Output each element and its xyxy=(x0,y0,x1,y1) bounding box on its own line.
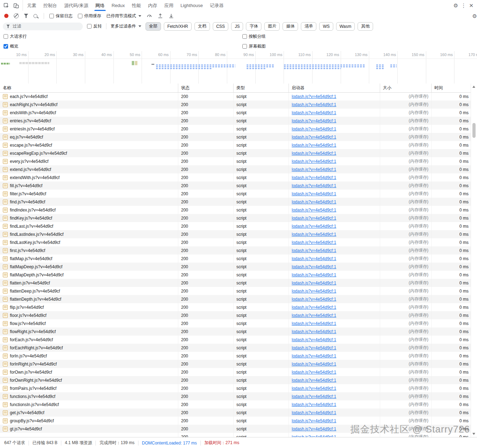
scrollbar-thumb[interactable] xyxy=(472,123,476,138)
table-row[interactable]: filter.js?v=4e54d9cf 200 script lodash.j… xyxy=(0,190,477,198)
table-row[interactable]: flattenDepth.js?v=4e54d9cf 200 script lo… xyxy=(0,295,477,303)
initiator-link[interactable]: lodash.js?v=4e54d9cf:1 xyxy=(292,402,336,407)
throttling-select[interactable]: 已停用节流模式 xyxy=(106,13,141,19)
table-scrollbar[interactable] xyxy=(471,84,477,437)
table-row[interactable]: findLastKey.js?v=4e54d9cf 200 script lod… xyxy=(0,238,477,246)
tab-应用[interactable]: 应用 xyxy=(161,0,177,11)
filter-toggle-icon[interactable] xyxy=(24,14,28,18)
table-row[interactable]: flatMapDeep.js?v=4e54d9cf 200 script lod… xyxy=(0,263,477,271)
filter-chip-文档[interactable]: 文档 xyxy=(194,22,210,31)
table-row[interactable]: fromPairs.js?v=4e54d9cf 200 script lodas… xyxy=(0,384,477,392)
initiator-link[interactable]: lodash.js?v=4e54d9cf:1 xyxy=(292,289,336,294)
column-header-类型[interactable]: 类型 xyxy=(234,84,289,92)
tab-Redux[interactable]: Redux xyxy=(108,0,129,11)
filter-chip-其他[interactable]: 其他 xyxy=(358,22,373,31)
initiator-link[interactable]: lodash.js?v=4e54d9cf:1 xyxy=(292,264,336,269)
table-row[interactable]: forEachRight.js?v=4e54d9cf 200 script lo… xyxy=(0,344,477,352)
network-overview-timeline[interactable]: 10 ms20 ms30 ms40 ms50 ms60 ms70 ms80 ms… xyxy=(0,51,477,84)
invert-toggle[interactable]: 反转 xyxy=(87,23,102,29)
table-row[interactable]: entries.js?v=4e54d9cf 200 script lodash.… xyxy=(0,117,477,125)
tab-Lighthouse[interactable]: Lighthouse xyxy=(177,0,206,11)
group-by-frame-checkbox[interactable] xyxy=(242,34,247,39)
more-menu-icon[interactable]: ⋮ xyxy=(461,3,466,8)
table-row[interactable]: flow.js?v=4e54d9cf 200 script lodash.js?… xyxy=(0,319,477,327)
network-conditions-icon[interactable] xyxy=(147,13,152,19)
initiator-link[interactable]: lodash.js?v=4e54d9cf:1 xyxy=(292,183,336,188)
table-row[interactable]: extendWith.js?v=4e54d9cf 200 script loda… xyxy=(0,173,477,182)
filter-chip-JS[interactable]: JS xyxy=(231,22,243,31)
screenshots-checkbox[interactable] xyxy=(242,44,247,49)
record-button[interactable] xyxy=(4,14,8,18)
group-by-frame-toggle[interactable]: 按帧分组 xyxy=(242,33,266,39)
initiator-link[interactable]: lodash.js?v=4e54d9cf:1 xyxy=(292,297,336,302)
filter-chip-清单[interactable]: 清单 xyxy=(301,22,316,31)
initiator-link[interactable]: lodash.js?v=4e54d9cf:1 xyxy=(292,410,336,415)
table-row[interactable]: findKey.js?v=4e54d9cf 200 script lodash.… xyxy=(0,214,477,222)
table-row[interactable]: floor.js?v=4e54d9cf 200 script lodash.js… xyxy=(0,311,477,319)
big-request-rows-toggle[interactable]: 大请求行 xyxy=(4,33,27,39)
initiator-link[interactable]: lodash.js?v=4e54d9cf:1 xyxy=(292,248,336,253)
initiator-link[interactable]: lodash.js?v=4e54d9cf:1 xyxy=(292,143,336,148)
table-row[interactable]: findIndex.js?v=4e54d9cf 200 script lodas… xyxy=(0,206,477,214)
initiator-link[interactable]: lodash.js?v=4e54d9cf:1 xyxy=(292,127,336,131)
close-devtools-icon[interactable]: ✕ xyxy=(469,3,473,8)
disable-cache-checkbox[interactable] xyxy=(78,14,82,18)
table-row[interactable]: eachRight.js?v=4e54d9cf 200 script lodas… xyxy=(0,100,477,109)
disable-cache-toggle[interactable]: 停用缓存 xyxy=(78,13,101,19)
table-row[interactable]: escapeRegExp.js?v=4e54d9cf 200 script lo… xyxy=(0,149,477,157)
initiator-link[interactable]: lodash.js?v=4e54d9cf:1 xyxy=(292,354,336,358)
overview-toggle[interactable]: 概览 xyxy=(4,43,18,49)
filter-chip-WS[interactable]: WS xyxy=(319,22,333,31)
initiator-link[interactable]: lodash.js?v=4e54d9cf:1 xyxy=(292,345,336,350)
initiator-link[interactable]: lodash.js?v=4e54d9cf:1 xyxy=(292,216,336,221)
tab-网络[interactable]: 网络 xyxy=(92,0,108,11)
device-toolbar-icon[interactable] xyxy=(12,1,21,10)
initiator-link[interactable]: lodash.js?v=4e54d9cf:1 xyxy=(292,329,336,334)
initiator-link[interactable]: lodash.js?v=4e54d9cf:1 xyxy=(292,102,336,107)
table-row[interactable]: flip.js?v=4e54d9cf 200 script lodash.js?… xyxy=(0,303,477,311)
initiator-link[interactable]: lodash.js?v=4e54d9cf:1 xyxy=(292,272,336,277)
settings-gear-icon[interactable]: ⚙ xyxy=(453,3,458,8)
initiator-link[interactable]: lodash.js?v=4e54d9cf:1 xyxy=(292,313,336,318)
initiator-link[interactable]: lodash.js?v=4e54d9cf:1 xyxy=(292,167,336,172)
table-row[interactable]: flattenDeep.js?v=4e54d9cf 200 script lod… xyxy=(0,287,477,295)
table-row[interactable]: forOwn.js?v=4e54d9cf 200 script lodash.j… xyxy=(0,368,477,376)
initiator-link[interactable]: lodash.js?v=4e54d9cf:1 xyxy=(292,208,336,213)
initiator-link[interactable]: lodash.js?v=4e54d9cf:1 xyxy=(292,321,336,326)
column-header-时间[interactable]: 时间 xyxy=(432,84,477,92)
table-row[interactable]: eq.js?v=4e54d9cf 200 script lodash.js?v=… xyxy=(0,133,477,141)
filter-chip-字体[interactable]: 字体 xyxy=(246,22,261,31)
scrollbar-up-arrow-icon[interactable] xyxy=(472,86,475,88)
table-row[interactable]: extend.js?v=4e54d9cf 200 script lodash.j… xyxy=(0,165,477,173)
table-row[interactable]: findLastIndex.js?v=4e54d9cf 200 script l… xyxy=(0,230,477,238)
initiator-link[interactable]: lodash.js?v=4e54d9cf:1 xyxy=(292,370,336,375)
filter-chip-图片[interactable]: 图片 xyxy=(264,22,280,31)
initiator-link[interactable]: lodash.js?v=4e54d9cf:1 xyxy=(292,394,336,399)
table-row[interactable]: escape.js?v=4e54d9cf 200 script lodash.j… xyxy=(0,141,477,149)
big-request-rows-checkbox[interactable] xyxy=(4,34,8,39)
scrollbar-down-arrow-icon[interactable] xyxy=(472,433,475,435)
table-row[interactable]: flatMap.js?v=4e54d9cf 200 script lodash.… xyxy=(0,254,477,263)
overview-checkbox[interactable] xyxy=(4,44,8,49)
initiator-link[interactable]: lodash.js?v=4e54d9cf:1 xyxy=(292,305,336,310)
table-row[interactable]: every.js?v=4e54d9cf 200 script lodash.js… xyxy=(0,157,477,165)
initiator-link[interactable]: lodash.js?v=4e54d9cf:1 xyxy=(292,281,336,286)
screenshots-toggle[interactable]: 屏幕截图 xyxy=(242,43,266,49)
initiator-link[interactable]: lodash.js?v=4e54d9cf:1 xyxy=(292,175,336,180)
table-row[interactable]: forIn.js?v=4e54d9cf 200 script lodash.js… xyxy=(0,352,477,360)
initiator-link[interactable]: lodash.js?v=4e54d9cf:1 xyxy=(292,224,336,229)
initiator-link[interactable]: lodash.js?v=4e54d9cf:1 xyxy=(292,151,336,156)
initiator-link[interactable]: lodash.js?v=4e54d9cf:1 xyxy=(292,159,336,164)
table-row[interactable]: flatMapDepth.js?v=4e54d9cf 200 script lo… xyxy=(0,271,477,279)
tab-性能[interactable]: 性能 xyxy=(128,0,144,11)
inspect-element-icon[interactable] xyxy=(2,1,11,10)
initiator-link[interactable]: lodash.js?v=4e54d9cf:1 xyxy=(292,378,336,383)
tab-源代码/来源[interactable]: 源代码/来源 xyxy=(61,0,92,11)
tab-记录器[interactable]: 记录器 xyxy=(206,0,227,11)
more-filters-button[interactable]: 更多过滤条件 xyxy=(111,23,141,29)
tab-控制台[interactable]: 控制台 xyxy=(40,0,61,11)
table-row[interactable]: fill.js?v=4e54d9cf 200 script lodash.js?… xyxy=(0,182,477,190)
table-row[interactable]: forOwnRight.js?v=4e54d9cf 200 script lod… xyxy=(0,376,477,384)
clear-button[interactable] xyxy=(14,13,19,18)
tab-内存[interactable]: 内存 xyxy=(144,0,161,11)
